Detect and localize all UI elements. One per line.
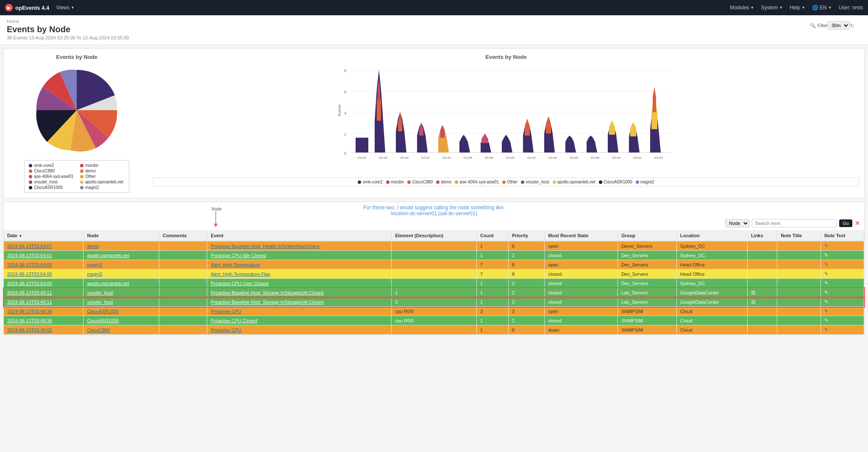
cell-event[interactable]: Proactive CPU	[207, 325, 392, 335]
bar-03-34-top	[440, 125, 445, 138]
cell-event[interactable]: Proactive CPU Closed	[207, 316, 392, 325]
cell-node[interactable]: CiscoASR1000	[83, 307, 159, 316]
cell-node[interactable]: vrouter_host	[83, 288, 159, 297]
user-menu[interactable]: User: nmis	[839, 5, 863, 11]
cell-comments	[159, 279, 207, 288]
cell-note-text[interactable]: ✎	[821, 251, 864, 260]
cell-event[interactable]: Alert: High Temperature Flap	[207, 269, 392, 279]
svg-text:0: 0	[344, 151, 346, 155]
table-row: 2024-08-13T03:54:00magni2Alert: High Tem…	[4, 269, 864, 279]
cell-date[interactable]: 2024-08-13T03:54:00	[4, 260, 83, 269]
cell-date[interactable]: 2024-08-13T03:54:00	[4, 279, 83, 288]
table-row: 2024-08-13T03:48:34CiscoASR1000Proactive…	[4, 316, 864, 325]
cell-date[interactable]: 2024-08-13T03:54:00	[4, 269, 83, 279]
filter-label: 🔍 Filter	[810, 23, 828, 28]
cell-priority: 8	[508, 260, 544, 269]
svg-text:2: 2	[344, 132, 346, 136]
cell-note-text[interactable]: ✎	[821, 279, 864, 288]
cell-note-text[interactable]: ✎	[821, 297, 864, 307]
cell-links	[747, 325, 777, 335]
breadcrumb: Home	[7, 19, 129, 24]
clear-button[interactable]: ✕	[855, 220, 860, 227]
page-subtitle: 38 Events 13-Aug-2024 03:25:00 To 13-Aug…	[7, 35, 129, 40]
cell-node[interactable]: CiscoASR1000	[83, 316, 159, 325]
legend-dot-ciscoasr	[29, 186, 32, 189]
cell-date[interactable]: 2024-08-13T03:54:01	[4, 251, 83, 260]
cell-comments	[159, 325, 207, 335]
cell-event[interactable]: Proactive CPU User Closed	[207, 279, 392, 288]
cell-priority: 2	[508, 279, 544, 288]
cell-location: Head Office	[676, 260, 747, 269]
annotation-text: For these two, I would suggest calling t…	[4, 205, 864, 216]
cell-date[interactable]: 2024-08-13T03:49:11	[4, 288, 83, 297]
pie-legend: omk-core2 mordor CiscoC880 demo	[24, 160, 129, 193]
col-priority: Priority	[508, 230, 544, 241]
cell-node[interactable]: magni2	[83, 269, 159, 279]
cell-node[interactable]: apollo.opmantek.net	[83, 251, 159, 260]
cell-date[interactable]: 2024-08-13T03:45:02	[4, 325, 83, 335]
cell-node[interactable]: magni2	[83, 260, 159, 269]
views-menu[interactable]: Views ▼	[56, 5, 75, 11]
search-input[interactable]	[752, 219, 837, 227]
filter-select[interactable]: 30m 1h 6h	[828, 21, 850, 30]
home-link[interactable]: Home	[7, 19, 19, 24]
cell-note-text[interactable]: ✎	[821, 307, 864, 316]
svg-text:03:26: 03:26	[358, 156, 367, 160]
table-row: 2024-08-13T03:45:02CiscoC880Proactive CP…	[4, 325, 864, 335]
legend-vrouter: vrouter_host	[29, 180, 73, 184]
cell-note-title	[777, 316, 821, 325]
cell-note-text[interactable]: ✎	[821, 241, 864, 251]
cell-links[interactable]: ⛓	[747, 288, 777, 297]
cell-note-text[interactable]: ✎	[821, 269, 864, 279]
cell-links[interactable]: ⛓	[747, 297, 777, 307]
node-select[interactable]: Node	[725, 219, 749, 227]
cell-node[interactable]: apollo.opmantek.net	[83, 279, 159, 288]
cell-node[interactable]: CiscoC880	[83, 325, 159, 335]
filter-row: 🔍 Filter 30m 1h 6h ↻	[803, 19, 861, 32]
cell-note-text[interactable]: ✎	[821, 260, 864, 269]
language-menu[interactable]: 🌐 EN ▼	[812, 5, 832, 11]
brand-icon: ▶	[5, 4, 13, 11]
cell-event[interactable]: Proactive Baseline Host_Health hrSystemN…	[207, 241, 392, 251]
cell-node[interactable]: vrouter_host	[83, 297, 159, 307]
cell-priority: 6	[508, 241, 544, 251]
col-comments: Comments	[159, 230, 207, 241]
cell-count: 1	[477, 279, 509, 288]
cell-comments	[159, 316, 207, 325]
table-row: 2024-08-13T03:54:00apollo.opmantek.netPr…	[4, 279, 864, 288]
modules-arrow: ▼	[751, 6, 754, 10]
cell-date[interactable]: 2024-08-13T03:48:34	[4, 316, 83, 325]
cell-event[interactable]: Proactive Baseline Host_Storage hrStorag…	[207, 288, 392, 297]
refresh-button[interactable]: ↻	[850, 22, 854, 29]
cell-note-text[interactable]: ✎	[821, 316, 864, 325]
bar-legend-demo: demo	[436, 180, 451, 184]
system-menu[interactable]: System ▼	[761, 5, 783, 11]
cell-note-text[interactable]: ✎	[821, 288, 864, 297]
legend-mordor: mordor	[80, 163, 125, 168]
cell-date[interactable]: 2024-08-13T03:49:11	[4, 297, 83, 307]
modules-menu[interactable]: Modules ▼	[730, 5, 754, 11]
cell-event[interactable]: Proactive CPU Idle Closed	[207, 251, 392, 260]
legend-ase4064: ase-4064-syd-asw01	[29, 174, 73, 179]
cell-event[interactable]: Alert: High Temperature	[207, 260, 392, 269]
cell-group: Dev_Servers	[618, 269, 676, 279]
cell-state: closed	[545, 288, 618, 297]
cell-event[interactable]: Proactive Baseline Host_Storage hrStorag…	[207, 297, 392, 307]
cell-location: GoogleDataCenter	[676, 288, 747, 297]
cell-state: closed	[545, 279, 618, 288]
legend-ciscoc880: CiscoC880	[29, 169, 73, 173]
cell-comments	[159, 260, 207, 269]
cell-note-text[interactable]: ✎	[821, 325, 864, 335]
cell-count: 7	[477, 260, 509, 269]
cell-date[interactable]: 2024-08-13T03:48:38	[4, 307, 83, 316]
cell-event[interactable]: Proactive CPU	[207, 307, 392, 316]
cell-group: Dev_Servers	[618, 279, 676, 288]
cell-node[interactable]: demo	[83, 241, 159, 251]
bar-03-42-top	[525, 119, 530, 136]
header-row: Date ▼ Node Comments Event Element (Desc…	[4, 230, 864, 241]
table-header: Date ▼ Node Comments Event Element (Desc…	[4, 230, 864, 241]
go-button[interactable]: Go	[839, 219, 852, 227]
table-section: For these two, I would suggest calling t…	[3, 202, 865, 335]
cell-date[interactable]: 2024-08-13T03:54:07	[4, 241, 83, 251]
help-menu[interactable]: Help ▼	[790, 5, 805, 11]
